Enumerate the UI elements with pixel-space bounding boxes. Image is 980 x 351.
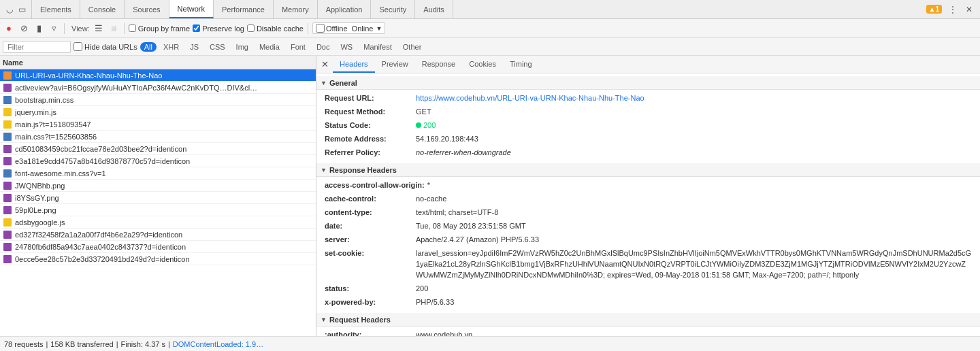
file-name-label: main.css?t=1525603856 (15, 133, 97, 141)
filter-xhr-button[interactable]: XHR (159, 42, 183, 52)
tab-memory[interactable]: Memory (274, 0, 318, 18)
detail-tab-timing[interactable]: Timing (503, 56, 539, 73)
view-list-icon[interactable]: ☰ (93, 22, 105, 35)
tab-application[interactable]: Application (318, 0, 372, 18)
view-grid-icon[interactable]: ◽ (108, 22, 120, 35)
response-header-val: laravel_session=eyJpdiI6ImF2WmVzRW5hZ0c2… (416, 248, 972, 280)
file-list-item[interactable]: font-awesome.min.css?v=1 (0, 167, 316, 180)
general-section-header[interactable]: ▼ General (316, 76, 980, 90)
file-name-label: 0ecce5ee28c57b2e3d33720491bd249d?d=ident… (15, 255, 190, 263)
main-layout: Name URL-URI-va-URN-Khac-Nhau-Nhu-The-Na… (0, 56, 980, 336)
file-list-item[interactable]: adsbygoogle.js (0, 216, 316, 229)
file-name-label: activeview?avi=B6OgsyjfyWuHuAYTIoAPc36f4… (15, 84, 257, 92)
preserve-log-checkbox[interactable] (193, 24, 200, 32)
response-headers-header[interactable]: ▼ Response Headers (316, 163, 980, 177)
status-bar: 78 requests | 158 KB transferred | Finis… (0, 336, 980, 351)
filter-input[interactable] (3, 41, 71, 53)
file-list-item[interactable]: i8YSsGY.png (0, 192, 316, 204)
file-list-panel: Name URL-URI-va-URN-Khac-Nhau-Nhu-The-Na… (0, 56, 316, 336)
file-name-label: URL-URI-va-URN-Khac-Nhau-Nhu-The-Nao (15, 71, 162, 80)
camera-button[interactable]: ▮ (33, 22, 45, 35)
preserve-log-toggle[interactable]: Preserve log (193, 24, 244, 33)
js-file-icon (3, 218, 12, 227)
general-triangle-icon: ▼ (321, 80, 327, 86)
file-list-item[interactable]: 59pl0Le.png (0, 204, 316, 216)
filter-all-button[interactable]: All (140, 42, 157, 52)
tab-security[interactable]: Security (371, 0, 415, 18)
filter-ws-button[interactable]: WS (336, 42, 357, 52)
filter-button[interactable]: ▿ (48, 22, 60, 35)
dom-content-loaded-link[interactable]: DOMContentLoaded: 1.9… (173, 340, 263, 348)
inspect-icon[interactable]: ◡ (4, 4, 15, 15)
detail-close-button[interactable]: ✕ (319, 59, 330, 70)
clear-button[interactable]: ⊘ (18, 22, 30, 35)
more-icon[interactable]: ⋮ (947, 4, 958, 15)
request-headers-header[interactable]: ▼ Request Headers (316, 313, 980, 327)
file-list-item[interactable]: cd501083459cbc21fccae78e2d03bee2?d=ident… (0, 143, 316, 155)
detail-tab-response[interactable]: Response (415, 56, 463, 73)
file-list-item[interactable]: jquery.min.js (0, 106, 316, 118)
filter-img-button[interactable]: Img (232, 42, 252, 52)
file-list-item[interactable]: 24780fb6df85a943c7aea0402c843737?d=ident… (0, 241, 316, 253)
tab-console[interactable]: Console (80, 0, 125, 18)
file-list-item[interactable]: bootstrap.min.css (0, 94, 316, 106)
response-triangle-icon: ▼ (321, 167, 327, 173)
response-header-key: access-control-allow-origin: (325, 180, 425, 190)
tab-audits[interactable]: Audits (415, 0, 453, 18)
file-name-label: i8YSsGY.png (15, 194, 59, 202)
response-header-row: access-control-allow-origin:* (322, 178, 975, 192)
file-list-item[interactable]: JWQNBhb.png (0, 180, 316, 192)
filter-other-button[interactable]: Other (399, 42, 426, 52)
file-list-item[interactable]: 0ecce5ee28c57b2e3d33720491bd249d?d=ident… (0, 253, 316, 265)
response-header-val: PHP/5.6.33 (416, 297, 454, 307)
hide-data-urls-checkbox[interactable] (74, 42, 82, 51)
filter-media-button[interactable]: Media (255, 42, 284, 52)
filter-font-button[interactable]: Font (287, 42, 310, 52)
img-file-icon (3, 181, 12, 190)
group-by-frame-checkbox[interactable] (129, 24, 136, 32)
file-list-item[interactable]: main.js?t=1518093547 (0, 118, 316, 131)
html-file-icon (3, 71, 12, 80)
response-header-row: status:200 (322, 282, 975, 295)
close-icon[interactable]: ✕ (964, 4, 975, 15)
disable-cache-toggle[interactable]: Disable cache (247, 24, 304, 33)
img-file-icon (3, 156, 12, 166)
filter-bar: Hide data URLs All XHR JS CSS Img Media … (0, 38, 980, 56)
file-name-label: main.js?t=1518093547 (15, 120, 91, 129)
filter-doc-button[interactable]: Doc (312, 42, 334, 52)
request-method-key: Request Method: (325, 106, 413, 117)
detail-tab-cookies[interactable]: Cookies (462, 56, 503, 73)
response-header-row: content-type:text/html; charset=UTF-8 (322, 205, 975, 219)
file-list-item[interactable]: activeview?avi=B6OgsyjfyWuHuAYTIoAPc36f4… (0, 82, 316, 94)
tab-elements[interactable]: Elements (32, 0, 80, 18)
filter-manifest-button[interactable]: Manifest (359, 42, 396, 52)
response-header-key: set-cookie: (325, 248, 413, 258)
filter-js-button[interactable]: JS (186, 42, 203, 52)
file-name-label: bootstrap.min.css (15, 96, 74, 104)
tab-network[interactable]: Network (169, 0, 214, 18)
record-button[interactable]: ● (3, 22, 15, 35)
file-name-label: jquery.min.js (15, 108, 56, 116)
img-file-icon (3, 205, 12, 215)
file-list-item[interactable]: e3a181e9cdd4757a8b416d93878770c5?d=ident… (0, 155, 316, 167)
tab-sources[interactable]: Sources (125, 0, 169, 18)
file-list-item[interactable]: main.css?t=1525603856 (0, 131, 316, 143)
response-header-row: cache-control:no-cache (322, 192, 975, 205)
detail-tab-preview[interactable]: Preview (375, 56, 415, 73)
filter-css-button[interactable]: CSS (206, 42, 229, 52)
response-header-key: x-powered-by: (325, 297, 413, 307)
detail-tab-headers[interactable]: Headers (333, 56, 375, 73)
file-list-item[interactable]: URL-URI-va-URN-Khac-Nhau-Nhu-The-Nao (0, 69, 316, 82)
offline-checkbox[interactable] (316, 24, 325, 33)
disable-cache-checkbox[interactable] (247, 24, 255, 32)
file-list-header: Name (0, 56, 316, 69)
tab-performance[interactable]: Performance (214, 0, 274, 18)
device-icon[interactable]: ▭ (16, 4, 27, 15)
online-dropdown-icon[interactable]: ▼ (376, 25, 382, 32)
file-list-item[interactable]: ed327f32458f2a1a2a00f7df4b6e2a29?d=ident… (0, 229, 316, 241)
group-by-frame-toggle[interactable]: Group by frame (129, 24, 190, 33)
response-header-key: status: (325, 283, 413, 294)
request-url-val: https://www.codehub.vn/URL-URI-va-URN-Kh… (416, 93, 644, 103)
hide-data-urls-toggle[interactable]: Hide data URLs (74, 42, 137, 51)
remote-address-key: Remote Address: (325, 133, 413, 144)
